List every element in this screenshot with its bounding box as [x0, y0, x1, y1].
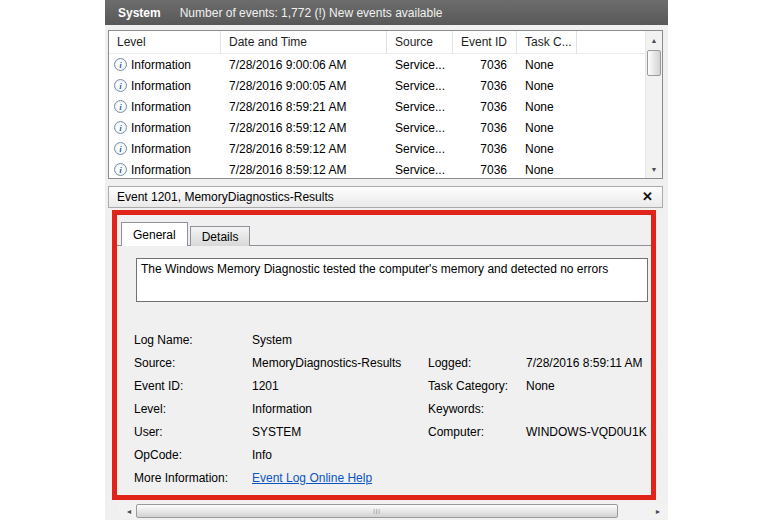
- cell-source: Service...: [387, 58, 453, 72]
- log-name: System: [118, 6, 161, 20]
- table-row[interactable]: iInformation 7/28/2016 9:00:05 AM Servic…: [109, 75, 645, 96]
- cell-source: Service...: [387, 79, 453, 93]
- table-row[interactable]: iInformation 7/28/2016 8:59:12 AM Servic…: [109, 138, 645, 159]
- cell-event-id: 7036: [453, 121, 517, 135]
- cell-date: 7/28/2016 9:00:05 AM: [221, 79, 387, 93]
- field-label: Event ID:: [134, 374, 252, 397]
- field-value: [526, 397, 651, 420]
- cell-event-id: 7036: [453, 142, 517, 156]
- screenshot-canvas: System Number of events: 1,772 (!) New e…: [0, 0, 780, 520]
- event-description-box: The Windows Memory Diagnostic tested the…: [136, 258, 648, 302]
- table-row[interactable]: iInformation 7/28/2016 8:59:21 AM Servic…: [109, 96, 645, 117]
- cell-source: Service...: [387, 100, 453, 114]
- field-label: Logged:: [428, 351, 526, 374]
- field-value: 1201: [252, 374, 428, 397]
- column-header-filler: [577, 31, 645, 54]
- event-log-online-help-link[interactable]: Event Log Online Help: [252, 471, 372, 485]
- vertical-scrollbar-thumb[interactable]: [647, 50, 661, 76]
- cell-event-id: 7036: [453, 163, 517, 177]
- scroll-up-icon[interactable]: ▲: [646, 32, 662, 48]
- close-icon[interactable]: ✕: [642, 189, 653, 205]
- cell-date: 7/28/2016 8:59:12 AM: [221, 163, 387, 177]
- event-table: Level Date and Time Source Event ID Task…: [108, 30, 663, 179]
- vertical-scrollbar[interactable]: ▲ ▼: [645, 31, 662, 178]
- cell-task: None: [517, 163, 554, 177]
- information-icon: i: [114, 163, 127, 176]
- field-value: [526, 443, 651, 466]
- event-properties-grid: Log Name: System Source: MemoryDiagnosti…: [134, 328, 651, 489]
- cell-level: Information: [131, 100, 191, 114]
- information-icon: i: [114, 58, 127, 71]
- cell-level: Information: [131, 58, 191, 72]
- field-label: [428, 466, 526, 489]
- cell-date: 7/28/2016 9:00:06 AM: [221, 58, 387, 72]
- column-header-date[interactable]: Date and Time: [221, 31, 387, 54]
- field-value: Information: [252, 397, 428, 420]
- field-value: [526, 328, 651, 351]
- property-row: More Information: Event Log Online Help: [134, 466, 651, 489]
- cell-event-id: 7036: [453, 100, 517, 114]
- field-label: OpCode:: [134, 443, 252, 466]
- field-label: User:: [134, 420, 252, 443]
- property-row: Event ID: 1201 Task Category: None: [134, 374, 651, 397]
- table-row[interactable]: iInformation 7/28/2016 9:00:06 AM Servic…: [109, 54, 645, 75]
- tab-general[interactable]: General: [121, 222, 188, 246]
- tab-details[interactable]: Details: [190, 226, 251, 246]
- field-label: More Information:: [134, 466, 252, 489]
- cell-task: None: [517, 121, 554, 135]
- property-row: OpCode: Info: [134, 443, 651, 466]
- scroll-down-icon[interactable]: ▼: [646, 161, 662, 177]
- property-row: Source: MemoryDiagnostics-Results Logged…: [134, 351, 651, 374]
- cell-task: None: [517, 58, 554, 72]
- cell-source: Service...: [387, 121, 453, 135]
- information-icon: i: [114, 121, 127, 134]
- field-label: Source:: [134, 351, 252, 374]
- scroll-left-icon[interactable]: ◄: [121, 503, 137, 519]
- field-value: WINDOWS-VQD0U1K: [526, 420, 651, 443]
- event-detail-header: Event 1201, MemoryDiagnostics-Results ✕: [108, 186, 663, 208]
- column-header-task[interactable]: Task C...: [517, 31, 577, 54]
- table-row[interactable]: iInformation 7/28/2016 8:59:12 AM Servic…: [109, 117, 645, 138]
- log-title-bar: System Number of events: 1,772 (!) New e…: [105, 0, 668, 25]
- field-value: 7/28/2016 8:59:11 AM: [526, 351, 651, 374]
- property-row: Level: Information Keywords:: [134, 397, 651, 420]
- field-label: Keywords:: [428, 397, 526, 420]
- information-icon: i: [114, 79, 127, 92]
- table-row[interactable]: iInformation 7/28/2016 8:59:12 AM Servic…: [109, 159, 645, 178]
- column-header-event-id[interactable]: Event ID: [453, 31, 517, 54]
- horizontal-scrollbar-thumb[interactable]: |||: [136, 504, 618, 518]
- property-row: User: SYSTEM Computer: WINDOWS-VQD0U1K: [134, 420, 651, 443]
- cell-task: None: [517, 100, 554, 114]
- field-value: SYSTEM: [252, 420, 428, 443]
- cell-event-id: 7036: [453, 79, 517, 93]
- detail-tabs: General Details: [121, 222, 250, 246]
- cell-event-id: 7036: [453, 58, 517, 72]
- grip-icon: |||: [373, 508, 381, 514]
- field-label: Level:: [134, 397, 252, 420]
- cell-source: Service...: [387, 163, 453, 177]
- column-header-level[interactable]: Level: [109, 31, 221, 54]
- field-label: Log Name:: [134, 328, 252, 351]
- cell-date: 7/28/2016 8:59:12 AM: [221, 121, 387, 135]
- field-value: Info: [252, 443, 428, 466]
- cell-task: None: [517, 142, 554, 156]
- horizontal-scrollbar[interactable]: ◄ ||| ►: [119, 503, 668, 519]
- cell-task: None: [517, 79, 554, 93]
- events-count-status: Number of events: 1,772 (!) New events a…: [180, 6, 443, 20]
- scroll-right-icon[interactable]: ►: [650, 503, 666, 519]
- cell-level: Information: [131, 79, 191, 93]
- cell-level: Information: [131, 142, 191, 156]
- information-icon: i: [114, 100, 127, 113]
- cell-date: 7/28/2016 8:59:12 AM: [221, 142, 387, 156]
- field-label: Computer:: [428, 420, 526, 443]
- cell-date: 7/28/2016 8:59:21 AM: [221, 100, 387, 114]
- field-label: Task Category:: [428, 374, 526, 397]
- field-value: None: [526, 374, 651, 397]
- field-value: System: [252, 328, 428, 351]
- column-header-source[interactable]: Source: [387, 31, 453, 54]
- field-label: [428, 328, 526, 351]
- cell-level: Information: [131, 121, 191, 135]
- property-row: Log Name: System: [134, 328, 651, 351]
- field-label: [428, 443, 526, 466]
- field-value: [526, 466, 651, 489]
